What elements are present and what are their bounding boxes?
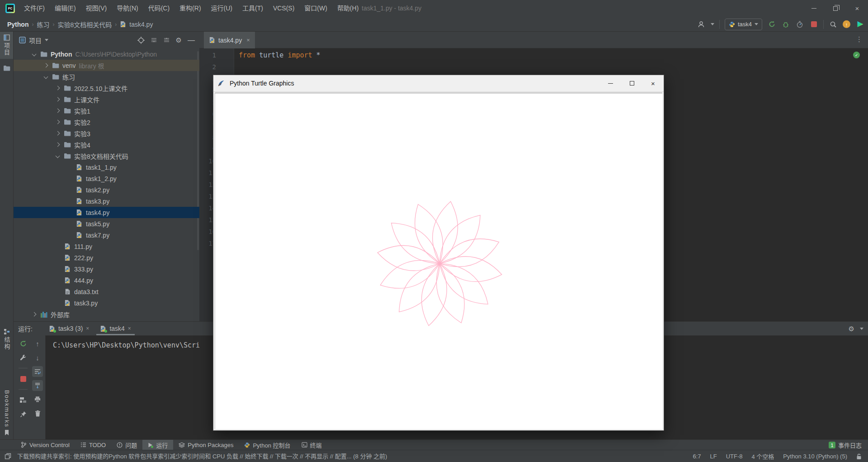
collapse-all-button[interactable] [163, 37, 170, 43]
chevron-down-icon[interactable] [43, 75, 48, 79]
turtle-canvas[interactable] [215, 93, 662, 429]
chevron-right-icon[interactable] [55, 97, 60, 102]
tab-options-icon[interactable]: ⋮ [856, 35, 863, 43]
tree-item[interactable]: 实验1 [14, 105, 199, 116]
folder-icon[interactable] [3, 65, 10, 71]
inspections-ok-icon[interactable]: ✓ [853, 52, 860, 58]
minimize-icon[interactable] [600, 75, 621, 91]
event-log-button[interactable]: 1 事件日志 [829, 440, 862, 450]
update-available-icon[interactable]: ↑ [843, 20, 850, 28]
learn-ide-icon[interactable] [855, 20, 864, 29]
chevron-down-icon[interactable] [55, 154, 60, 158]
breadcrumb-item[interactable]: 练习 [37, 20, 49, 29]
turtle-graphics-window[interactable]: Python Turtle Graphics × [213, 75, 664, 431]
hide-panel-button[interactable]: — [188, 37, 195, 44]
tree-item[interactable]: 练习 [14, 71, 199, 82]
tree-item[interactable]: task1_1.py [14, 162, 199, 173]
tool-stripe-bookmarks-tab[interactable]: Bookmarks [0, 387, 14, 438]
tree-item[interactable]: task3.py [14, 195, 199, 207]
menu-item[interactable]: 代码(C) [143, 0, 175, 17]
menu-item[interactable]: 帮助(H) [332, 0, 363, 17]
project-view-select[interactable]: 项目 [14, 36, 137, 45]
maximize-icon[interactable] [621, 75, 642, 91]
chevron-right-icon[interactable] [55, 120, 60, 124]
stop-button[interactable] [18, 373, 28, 384]
rerun-button[interactable] [18, 338, 28, 349]
breadcrumb-item[interactable]: task4.py [129, 21, 153, 28]
status-widget[interactable]: LF [710, 453, 717, 460]
tree-item[interactable]: 2022.5.10上课文件 [14, 82, 199, 94]
chevron-down-icon[interactable] [711, 23, 714, 25]
debug-button[interactable] [781, 20, 790, 29]
menu-item[interactable]: 导航(N) [112, 0, 143, 17]
menu-item[interactable]: 窗口(W) [299, 0, 332, 17]
editor-tab-task4[interactable]: task4.py × [204, 32, 255, 48]
close-icon[interactable]: × [846, 0, 868, 17]
chevron-down-icon[interactable] [32, 52, 36, 57]
hide-panel-icon[interactable] [860, 328, 863, 330]
chevron-right-icon[interactable] [55, 131, 60, 136]
tree-item[interactable]: 实验2 [14, 116, 199, 128]
run-tab[interactable]: task3 (3)× [43, 322, 94, 335]
close-tab-icon[interactable]: × [86, 325, 89, 332]
soft-wrap-button[interactable] [32, 366, 43, 377]
restore-icon[interactable] [825, 0, 846, 17]
tree-item[interactable]: 222.py [14, 252, 199, 263]
tree-item[interactable]: 333.py [14, 263, 199, 275]
tree-item[interactable]: task7.py [14, 229, 199, 241]
tree-item[interactable]: 外部库 [14, 309, 199, 320]
status-widget[interactable]: 4 个空格 [752, 452, 774, 461]
menu-item[interactable]: VCS(S) [268, 0, 299, 17]
tree-item[interactable]: data3.txt [14, 286, 199, 297]
breadcrumb-item[interactable]: 实验8文档相关代码 [57, 20, 112, 29]
chevron-right-icon[interactable] [55, 86, 60, 90]
clear-all-button[interactable] [32, 408, 43, 419]
tree-item[interactable]: task4.py [14, 207, 199, 218]
next-occurrence-button[interactable]: ↓ [32, 352, 43, 363]
background-tasks-icon[interactable] [5, 453, 11, 460]
lock-icon[interactable] [856, 453, 862, 460]
tree-item[interactable]: 111.py [14, 241, 199, 252]
user-icon[interactable] [697, 20, 706, 29]
run-configuration-select[interactable]: task4 [725, 19, 762, 30]
status-message[interactable]: 下载预构建共享索引: 使用预构建的Python 软件包共享索引减少索引时间和 C… [17, 450, 387, 462]
menu-item[interactable]: 重构(R) [175, 0, 206, 17]
close-icon[interactable]: × [642, 75, 664, 91]
chevron-right-icon[interactable] [32, 312, 36, 317]
search-everywhere-icon[interactable] [829, 20, 838, 29]
tree-item[interactable]: task1_2.py [14, 173, 199, 184]
profiler-button[interactable] [795, 20, 804, 29]
tree-item[interactable]: 444.py [14, 275, 199, 286]
tree-item[interactable]: PythonC:\Users\HP\Desktop\Python [14, 48, 199, 60]
pin-tab-button[interactable] [18, 409, 28, 419]
chevron-right-icon[interactable] [55, 143, 60, 147]
status-widget[interactable]: Python 3.10 (Python) (5) [783, 453, 847, 460]
run-tab[interactable]: task4× [94, 322, 136, 335]
prev-occurrence-button[interactable]: ↑ [32, 338, 43, 349]
tree-item[interactable]: task2.py [14, 184, 199, 195]
tree-item[interactable]: 上课文件 [14, 94, 199, 105]
restore-layout-button[interactable] [18, 395, 28, 405]
tool-window-button-run[interactable]: 运行 [142, 440, 173, 450]
tree-item[interactable]: 实验3 [14, 128, 199, 139]
tool-stripe-project-tab[interactable]: 项目 [0, 32, 13, 59]
tree-item[interactable]: 实验8文档相关代码 [14, 150, 199, 162]
chevron-right-icon[interactable] [43, 63, 48, 68]
rerun-button[interactable] [767, 20, 776, 29]
menu-item[interactable]: 视图(V) [81, 0, 112, 17]
tool-window-button-error[interactable]: 问题 [111, 440, 142, 450]
tool-window-button-terminal[interactable]: 终端 [296, 440, 327, 450]
status-widget[interactable]: 6:7 [693, 453, 701, 460]
print-button[interactable] [32, 394, 43, 405]
tree-item[interactable]: 实验4 [14, 139, 199, 150]
menu-item[interactable]: 编辑(E) [50, 0, 81, 17]
run-settings-button[interactable]: ⚙ [849, 325, 854, 332]
menu-item[interactable]: 运行(U) [206, 0, 237, 17]
tool-stripe-structure-tab[interactable]: 结构 [0, 326, 14, 353]
menu-item[interactable]: 工具(T) [237, 0, 268, 17]
minimize-icon[interactable] [803, 0, 825, 17]
panel-settings-button[interactable]: ⚙ [176, 37, 182, 43]
status-widget[interactable]: UTF-8 [726, 453, 743, 460]
scroll-to-end-button[interactable] [32, 380, 43, 391]
tool-window-button-packages[interactable]: Python Packages [173, 440, 239, 450]
